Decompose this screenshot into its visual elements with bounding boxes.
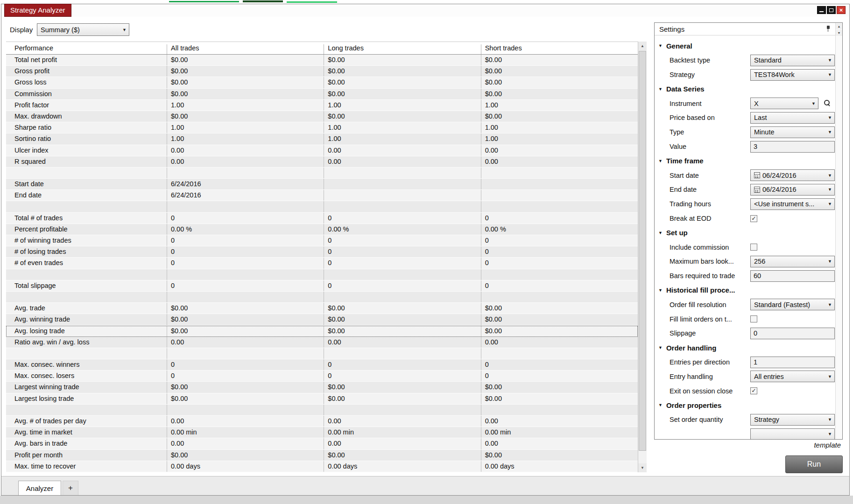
- row-value: 0.00 days: [481, 461, 638, 472]
- instrument-select[interactable]: X▼: [750, 98, 818, 109]
- maximum-bars-look-select[interactable]: 256▼: [750, 256, 835, 267]
- table-header-row: PerformanceAll tradesLong tradesShort tr…: [6, 42, 638, 55]
- setting-row: Fill limit orders on t...: [655, 312, 835, 326]
- table-row[interactable]: R squared0.000.000.00: [6, 156, 638, 168]
- row-value: [481, 405, 638, 415]
- break-at-eod-checkbox[interactable]: ✓: [750, 215, 757, 222]
- table-row[interactable]: Max. consec. winners000: [6, 359, 638, 371]
- table-row[interactable]: # of winning trades000: [6, 235, 638, 246]
- table-row[interactable]: Max. drawdown$0.00$0.00$0.00: [6, 111, 638, 122]
- template-link[interactable]: template: [814, 441, 841, 449]
- row-value: [481, 348, 638, 359]
- table-row[interactable]: # of even trades000: [6, 258, 638, 269]
- table-row[interactable]: Sharpe ratio1.001.001.00: [6, 122, 638, 133]
- fill-limit-orders-on-t-checkbox[interactable]: [750, 315, 757, 322]
- order-fill-resolution-select[interactable]: Standard (Fastest)▼: [750, 299, 835, 310]
- section-title: Order properties: [666, 401, 721, 409]
- table-row[interactable]: Total net profit$0.00$0.00$0.00: [6, 55, 638, 66]
- close-button[interactable]: ×: [837, 6, 846, 14]
- scroll-up-button[interactable]: ▲: [638, 42, 647, 50]
- table-row[interactable]: Avg. winning trade$0.00$0.00$0.00: [6, 314, 638, 325]
- backtest-type-select[interactable]: Standard▼: [750, 55, 835, 66]
- settings-section-data-series[interactable]: ▼Data Series: [655, 82, 835, 96]
- table-row[interactable]: Start date6/24/2016: [6, 179, 638, 190]
- trading-hours-select[interactable]: <Use instrument s...▼: [750, 198, 835, 210]
- select-value: X: [754, 100, 810, 107]
- set-order-quantity-select[interactable]: Strategy▼: [750, 414, 835, 426]
- table-scrollbar[interactable]: ▲ ▼: [638, 42, 647, 472]
- price-based-on-select[interactable]: Last▼: [750, 112, 835, 124]
- table-row[interactable]: Avg. bars in trade0.000.000.00: [6, 438, 638, 449]
- minimize-button[interactable]: [817, 6, 826, 14]
- table-row[interactable]: Max. time to recover0.00 days0.00 days0.…: [6, 461, 638, 472]
- table-row[interactable]: Total # of trades000: [6, 213, 638, 224]
- table-row[interactable]: Max. consec. losers000: [6, 371, 638, 382]
- row-value: 0.00: [481, 337, 638, 348]
- strategy-select[interactable]: TEST84Work▼: [750, 69, 835, 81]
- bars-required-to-trade-input[interactable]: [750, 270, 835, 282]
- setting-label: Start date: [670, 172, 699, 179]
- add-tab-button[interactable]: +: [63, 481, 78, 495]
- row-value: 0.00: [324, 337, 480, 348]
- row-value: $0.00: [167, 382, 324, 392]
- table-row[interactable]: Profit per month$0.00$0.00$0.00: [6, 450, 638, 461]
- slippage-input[interactable]: [750, 328, 835, 339]
- row-value: [167, 201, 324, 212]
- table-row[interactable]: Ulcer index0.000.000.00: [6, 145, 638, 156]
- table-row[interactable]: Avg. # of trades per day0.000.000.00: [6, 416, 638, 427]
- type-select[interactable]: Minute▼: [750, 126, 835, 138]
- pin-icon[interactable]: [826, 26, 831, 32]
- chevron-down-icon: ▼: [828, 417, 832, 422]
- scroll-down-button[interactable]: ▼: [638, 463, 647, 472]
- table-row[interactable]: Percent profitable0.00 %0.00 %0.00 %: [6, 224, 638, 235]
- end-date-datepicker[interactable]: 06/24/2016▼: [750, 184, 835, 196]
- table-row[interactable]: Ratio avg. win / avg. loss0.000.000.00: [6, 337, 638, 348]
- item-select[interactable]: ▼: [750, 428, 835, 439]
- entry-handling-select[interactable]: All entries▼: [750, 371, 835, 382]
- setting-row: InstrumentX▼: [655, 96, 835, 111]
- table-row[interactable]: Total slippage000: [6, 280, 638, 292]
- table-row[interactable]: Avg. losing trade$0.00$0.00$0.00: [6, 326, 638, 337]
- run-button[interactable]: Run: [785, 455, 843, 473]
- window-titlebar[interactable]: Strategy Analyzer ×: [1, 4, 849, 17]
- scroll-down-button[interactable]: ▼: [836, 30, 842, 36]
- maximize-button[interactable]: [827, 6, 836, 14]
- minimize-icon: [819, 11, 824, 12]
- settings-section-time-frame[interactable]: ▼Time frame: [655, 154, 835, 168]
- table-row[interactable]: # of losing trades000: [6, 246, 638, 258]
- scroll-up-button[interactable]: ▲: [836, 23, 842, 29]
- table-row[interactable]: Largest winning trade$0.00$0.00$0.00: [6, 382, 638, 393]
- settings-section-general[interactable]: ▼General: [655, 39, 835, 53]
- table-row[interactable]: Largest losing trade$0.00$0.00$0.00: [6, 393, 638, 405]
- start-date-datepicker[interactable]: 06/24/2016▼: [750, 169, 835, 181]
- table-row[interactable]: Profit factor1.001.001.00: [6, 100, 638, 111]
- table-row[interactable]: Gross profit$0.00$0.00$0.00: [6, 66, 638, 77]
- settings-section-historical-fill-proce[interactable]: ▼Historical fill proce...: [655, 283, 835, 298]
- entries-per-direction-input[interactable]: [750, 357, 835, 368]
- table-row[interactable]: Gross loss$0.00$0.00$0.00: [6, 77, 638, 88]
- include-commission-checkbox[interactable]: [750, 244, 757, 251]
- row-label: Sortino ratio: [6, 133, 167, 144]
- row-value: [324, 179, 480, 189]
- table-row[interactable]: Avg. time in market0.00 min0.00 min0.00 …: [6, 427, 638, 438]
- scrollbar-thumb[interactable]: [639, 51, 646, 451]
- settings-section-order-properties[interactable]: ▼Order properties: [655, 398, 835, 413]
- tab-analyzer[interactable]: Analyzer: [18, 481, 61, 495]
- settings-section-order-handling[interactable]: ▼Order handling: [655, 341, 835, 355]
- table-row[interactable]: Avg. trade$0.00$0.00$0.00: [6, 303, 638, 314]
- table-row[interactable]: Sortino ratio1.001.001.00: [6, 133, 638, 145]
- table-row[interactable]: End date6/24/2016: [6, 190, 638, 201]
- value-input[interactable]: [750, 141, 835, 153]
- settings-section-set-up[interactable]: ▼Set up: [655, 225, 835, 240]
- row-value: 0.00 min: [324, 427, 480, 438]
- row-label: [6, 292, 167, 302]
- display-select[interactable]: Summary ($) ▼: [37, 23, 129, 36]
- exit-on-session-close-checkbox[interactable]: ✓: [750, 387, 757, 394]
- row-value: 0.00: [167, 416, 324, 427]
- settings-scrollbar[interactable]: ▲ ▼: [835, 23, 842, 439]
- row-value: $0.00: [324, 382, 480, 392]
- select-value: TEST84Work: [754, 71, 826, 78]
- table-row[interactable]: Commission$0.00$0.00$0.00: [6, 89, 638, 100]
- search-icon[interactable]: [824, 99, 831, 107]
- chevron-down-icon: ▼: [828, 173, 832, 178]
